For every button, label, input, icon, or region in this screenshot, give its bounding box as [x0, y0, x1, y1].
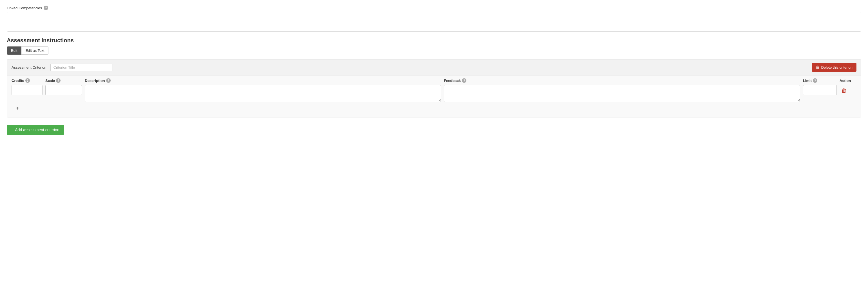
col-header-description: Description ? — [85, 78, 441, 83]
col-header-credits: Credits ? — [11, 78, 42, 83]
linked-competencies-box — [7, 12, 861, 32]
delete-row-icon: 🗑 — [841, 87, 847, 94]
add-assessment-criterion-button[interactable]: + Add assessment criterion — [7, 125, 64, 135]
action-cell: 🗑 — [840, 85, 857, 95]
description-textarea[interactable] — [85, 85, 441, 102]
criterion-label: Assessment Criterion — [11, 65, 46, 69]
assessment-instructions-title: Assessment Instructions — [7, 37, 861, 43]
credits-input[interactable] — [11, 85, 42, 95]
limit-input[interactable] — [803, 85, 837, 95]
tab-edit[interactable]: Edit — [7, 47, 22, 55]
limit-cell — [803, 85, 837, 95]
tab-edit-as-text[interactable]: Edit as Text — [22, 47, 49, 55]
delete-criterion-icon: 🗑 — [816, 65, 819, 69]
col-header-scale: Scale ? — [45, 78, 82, 83]
description-cell — [85, 85, 441, 103]
linked-competencies-help-icon[interactable]: ? — [44, 6, 48, 10]
delete-criterion-button[interactable]: 🗑 Delete this criterion — [812, 63, 857, 72]
criterion-block: Assessment Criterion 🗑 Delete this crite… — [7, 59, 861, 117]
feedback-help-icon[interactable]: ? — [462, 78, 466, 83]
col-header-limit: Limit ? — [803, 78, 837, 83]
description-help-icon[interactable]: ? — [106, 78, 111, 83]
column-headers: Credits ? Scale ? Description ? Feedback… — [11, 78, 857, 83]
scale-cell — [45, 85, 82, 95]
delete-row-button[interactable]: 🗑 — [840, 86, 848, 95]
col-header-action: Action — [840, 79, 857, 83]
credits-help-icon[interactable]: ? — [25, 78, 30, 83]
scale-input[interactable] — [45, 85, 82, 95]
feedback-textarea[interactable] — [444, 85, 800, 102]
add-row-button[interactable]: + — [11, 103, 20, 113]
tab-bar: Edit Edit as Text — [7, 47, 861, 55]
feedback-cell — [444, 85, 800, 103]
credits-cell — [11, 85, 42, 95]
linked-competencies-label: Linked Competencies ? — [7, 6, 861, 10]
criterion-body: Credits ? Scale ? Description ? Feedback… — [7, 76, 861, 117]
criterion-title-input[interactable] — [51, 64, 112, 71]
col-header-feedback: Feedback ? — [444, 78, 800, 83]
criterion-header: Assessment Criterion 🗑 Delete this crite… — [7, 59, 861, 76]
limit-help-icon[interactable]: ? — [813, 78, 817, 83]
scale-help-icon[interactable]: ? — [56, 78, 61, 83]
criterion-row: 🗑 — [11, 85, 857, 103]
